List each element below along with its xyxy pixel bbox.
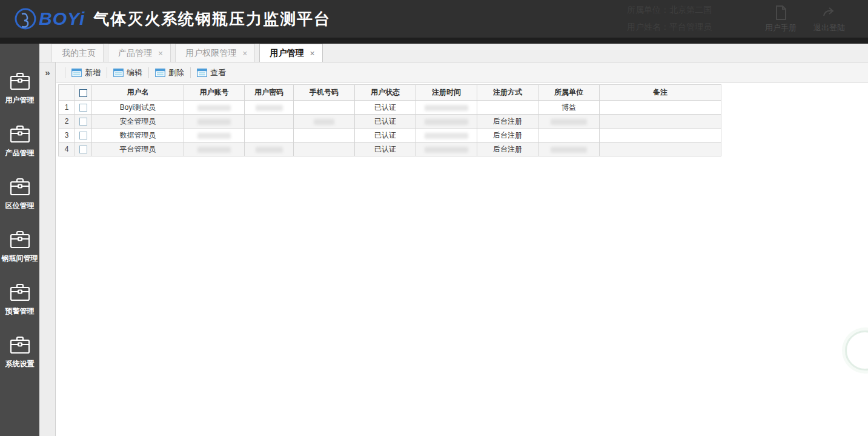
briefcase-icon [9, 335, 31, 355]
cell-name: Boyi测试员 [92, 101, 184, 115]
redacted-value [197, 133, 231, 139]
cell-password [245, 101, 294, 115]
redacted-value [551, 119, 587, 125]
sidebar-item-zones[interactable]: 区位管理 [0, 177, 39, 211]
tab-label: 用户权限管理 [185, 48, 236, 59]
header-cell: 手机号码 [294, 85, 355, 101]
tab-bar: 我的主页产品管理×用户权限管理×用户管理× [39, 44, 868, 62]
cell-phone [294, 101, 355, 115]
cell-phone [294, 143, 355, 156]
sidebar-item-cylinder-rooms[interactable]: 钢瓶间管理 [0, 230, 39, 264]
tab-我的主页[interactable]: 我的主页 [51, 44, 104, 62]
cell-checkbox [75, 115, 92, 129]
sidebar-item-users[interactable]: 用户管理 [0, 72, 39, 106]
toolbar-button-label: 编辑 [127, 67, 142, 78]
header-cell: 用户名 [92, 85, 184, 101]
header-cell: 用户状态 [355, 85, 416, 101]
briefcase-icon [9, 230, 31, 249]
sidebar-item-alerts[interactable]: 预警管理 [0, 283, 39, 317]
briefcase-icon [9, 177, 31, 196]
user-name-text: 用户姓名：平台管理员 [627, 22, 712, 33]
sidebar-item-label: 钢瓶间管理 [2, 253, 38, 264]
header-right: 所属单位：北京第二国 用户姓名：平台管理员 用户手册 退出登陆 [627, 0, 845, 38]
cell-checkbox [75, 129, 92, 143]
toolbar-button-label: 查看 [210, 67, 226, 78]
select-all-checkbox[interactable] [79, 89, 87, 97]
tab-用户权限管理[interactable]: 用户权限管理× [175, 44, 255, 62]
cell-name: 数据管理员 [92, 129, 184, 143]
cell-rownum: 1 [59, 101, 75, 115]
main-content: 新增编辑删除查看 用户名用户账号用户密码手机号码用户状态注册时间注册方式所属单位… [56, 62, 868, 436]
cell-rownum: 4 [59, 143, 75, 156]
sidebar: 用户管理产品管理区位管理钢瓶间管理预警管理系统设置 [0, 44, 39, 436]
cell-remark [600, 129, 721, 143]
cell-remark [600, 143, 721, 156]
sidebar-item-label: 系统设置 [5, 359, 35, 369]
app-window: BOYi 气体灭火系统钢瓶压力监测平台 所属单位：北京第二国 用户姓名：平台管理… [0, 0, 868, 436]
sidebar-item-settings[interactable]: 系统设置 [0, 335, 39, 369]
table-row: 2安全管理员已认证后台注册 [59, 115, 721, 129]
logout-button[interactable]: 退出登陆 [813, 5, 845, 33]
tab-label: 用户管理 [270, 48, 303, 59]
cell-status: 已认证 [355, 101, 416, 115]
cell-password [245, 115, 294, 129]
redacted-value [425, 105, 468, 111]
tab-close-icon[interactable]: × [242, 49, 247, 58]
toolbar-button-delete[interactable]: 删除 [155, 67, 184, 78]
cell-unit: 博益 [538, 101, 600, 115]
cell-unit [538, 143, 600, 156]
header-cell: 备注 [600, 85, 721, 101]
west-panel-strip: » [39, 62, 56, 436]
toolbar: 新增编辑删除查看 [56, 62, 868, 83]
tab-label: 我的主页 [62, 48, 96, 59]
cell-unit [538, 115, 600, 129]
user-info-block: 所属单位：北京第二国 用户姓名：平台管理员 [627, 5, 712, 33]
cell-method: 后台注册 [477, 143, 538, 156]
toolbar-button-label: 新增 [85, 67, 101, 78]
briefcase-icon [9, 124, 31, 144]
brand-logo: BOYi [13, 7, 85, 31]
cell-status: 已认证 [355, 129, 416, 143]
cell-password [245, 129, 294, 143]
toolbar-button-view[interactable]: 查看 [197, 67, 226, 78]
manual-document-icon [773, 5, 789, 21]
sidebar-item-products[interactable]: 产品管理 [0, 124, 39, 158]
cell-phone [294, 115, 355, 129]
header-cell: 注册方式 [477, 85, 538, 101]
tab-用户管理[interactable]: 用户管理× [259, 44, 322, 62]
user-manual-button[interactable]: 用户手册 [765, 5, 797, 33]
redacted-value [425, 119, 468, 125]
brand-logo-text: BOYi [39, 8, 85, 29]
cell-checkbox [75, 101, 92, 115]
row-checkbox[interactable] [79, 118, 87, 126]
cell-remark [600, 101, 721, 115]
row-checkbox[interactable] [79, 146, 87, 153]
tab-close-icon[interactable]: × [158, 49, 163, 58]
redacted-value [256, 147, 283, 153]
sidebar-item-label: 产品管理 [5, 148, 35, 158]
cell-status: 已认证 [355, 143, 416, 156]
table-header-row: 用户名用户账号用户密码手机号码用户状态注册时间注册方式所属单位备注 [59, 85, 721, 101]
form-icon [197, 69, 207, 77]
tab-产品管理[interactable]: 产品管理× [108, 44, 171, 62]
redacted-value [197, 147, 231, 153]
cell-account [184, 143, 245, 156]
cell-account [184, 129, 245, 143]
row-checkbox[interactable] [79, 104, 87, 112]
briefcase-icon [9, 72, 31, 91]
toolbar-button-label: 删除 [168, 67, 184, 78]
row-checkbox[interactable] [79, 132, 87, 139]
logout-label: 退出登陆 [813, 22, 845, 33]
tab-close-icon[interactable]: × [310, 49, 314, 58]
toolbar-button-edit[interactable]: 编辑 [113, 67, 142, 78]
cell-method: 后台注册 [477, 115, 538, 129]
cell-rownum: 2 [59, 115, 75, 129]
header-cell-checkbox [75, 85, 92, 101]
redacted-value [551, 147, 587, 153]
expand-panel-button[interactable]: » [39, 65, 56, 79]
toolbar-button-add[interactable]: 新增 [71, 67, 101, 78]
user-unit-text: 所属单位：北京第二国 [627, 5, 712, 16]
cell-password [245, 143, 294, 156]
redacted-value [425, 133, 468, 139]
redacted-value [314, 119, 334, 125]
